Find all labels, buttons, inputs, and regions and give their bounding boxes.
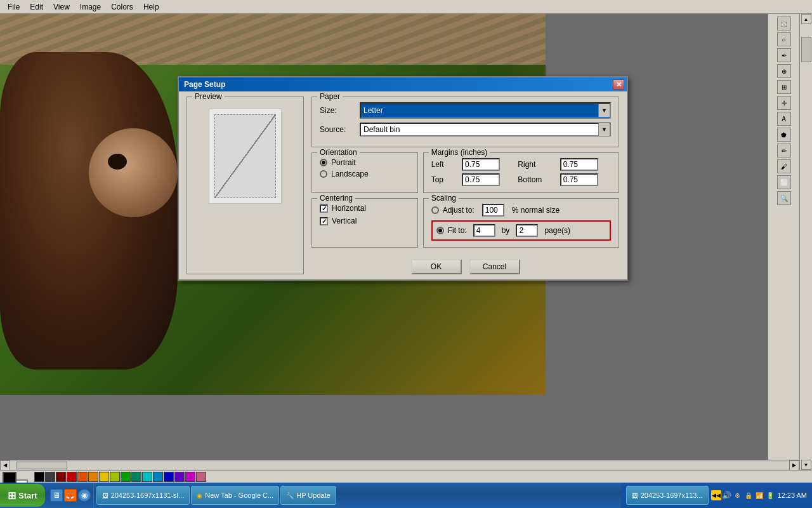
- swatch-pink[interactable]: [196, 472, 206, 482]
- right-input[interactable]: 0.75: [560, 158, 598, 171]
- scrollbar-thumb-v[interactable]: [801, 37, 811, 62]
- scroll-down-arrow[interactable]: ▼: [801, 460, 811, 470]
- adjust-to-option[interactable]: Adjust to:: [431, 206, 475, 215]
- taskbar-app-chrome[interactable]: ◉ New Tab - Google C...: [191, 486, 279, 505]
- adjust-input[interactable]: 100: [482, 204, 504, 217]
- taskbar-app-gimp-label: 204253-1697x1131-sl...: [111, 491, 185, 499]
- swatch-yellow[interactable]: [99, 472, 109, 482]
- scroll-track-h[interactable]: [10, 462, 789, 469]
- tool-bucket[interactable]: ⬟: [777, 128, 791, 142]
- swatch-red-dark[interactable]: [56, 472, 66, 482]
- scroll-right-arrow[interactable]: ▶: [789, 460, 799, 471]
- tray-icon-5[interactable]: 🔋: [765, 490, 775, 500]
- menu-file[interactable]: File: [3, 1, 25, 13]
- fit-to-label: Fit to:: [448, 226, 467, 235]
- size-select[interactable]: Letter ▼: [360, 102, 611, 119]
- scroll-left-arrow[interactable]: ◀: [0, 460, 10, 471]
- swatch-yellow-orange[interactable]: [88, 472, 98, 482]
- source-dropdown-arrow[interactable]: ▼: [598, 123, 610, 136]
- centering-label: Centering: [317, 194, 355, 203]
- menu-help[interactable]: Help: [138, 1, 164, 13]
- menu-image[interactable]: Image: [75, 1, 106, 13]
- tray-icon-2[interactable]: ⚙: [733, 490, 743, 500]
- portrait-radio[interactable]: [320, 159, 327, 166]
- source-label: Source:: [320, 125, 355, 134]
- swatch-light-blue[interactable]: [153, 472, 163, 482]
- left-input[interactable]: 0.75: [462, 158, 500, 171]
- taskbar-app-gimp[interactable]: 🖼 204253-1697x1131-sl...: [96, 486, 190, 505]
- scaling-label: Scaling: [429, 194, 459, 203]
- tray-icon-1[interactable]: 🔊: [722, 490, 732, 500]
- tool-text[interactable]: A: [777, 112, 791, 126]
- dialog-close-button[interactable]: ✕: [613, 79, 624, 90]
- swatch-dark-gray[interactable]: [45, 472, 55, 482]
- taskbar-quick-launch-3[interactable]: ◉: [78, 489, 91, 502]
- scrollbar-thumb-h[interactable]: [16, 462, 67, 469]
- fit-to-option[interactable]: Fit to:: [436, 226, 467, 235]
- right-label: Right: [518, 160, 554, 169]
- tool-panel: ⬚ ○ ✒ ⊕ ⊞ ✛ A ⬟ ✏ 🖌 ⬜ 🔍: [768, 14, 799, 470]
- fit-to-row: Fit to: 4 by 2 page(s): [431, 220, 611, 241]
- margins-section: Margins (inches) Left 0.75 Right 0.75 To…: [423, 152, 619, 193]
- tool-move[interactable]: ✛: [777, 96, 791, 110]
- sloth-face: [89, 128, 178, 217]
- swatch-green[interactable]: [121, 472, 131, 482]
- right-scrollbar[interactable]: ▲ ▼: [799, 14, 812, 470]
- tray-expand-icon[interactable]: ◀◀: [711, 490, 721, 500]
- size-dropdown-arrow[interactable]: ▼: [598, 104, 610, 117]
- vertical-label: Vertical: [332, 217, 357, 225]
- menu-colors[interactable]: Colors: [106, 1, 138, 13]
- bottom-scrollbar[interactable]: ◀ ▶: [0, 460, 799, 470]
- vertical-option[interactable]: ✓ Vertical: [320, 217, 357, 225]
- tool-zoom[interactable]: 🔍: [777, 191, 791, 205]
- landscape-option[interactable]: Landscape: [320, 170, 369, 178]
- top-input[interactable]: 0.75: [462, 173, 500, 186]
- horizontal-checkbox[interactable]: ✓: [320, 204, 328, 213]
- ok-button[interactable]: OK: [411, 259, 462, 274]
- tool-eraser[interactable]: ⬜: [777, 175, 791, 189]
- horizontal-row: ✓ Horizontal: [320, 204, 410, 213]
- tray-icon-3[interactable]: 🔒: [743, 490, 754, 500]
- menu-view[interactable]: View: [48, 1, 75, 13]
- tool-crop[interactable]: ⊞: [777, 80, 791, 94]
- adjust-to-radio[interactable]: [431, 206, 439, 214]
- vertical-checkbox[interactable]: ✓: [320, 217, 328, 225]
- tool-rect-select[interactable]: ⬚: [777, 17, 791, 30]
- swatch-magenta[interactable]: [185, 472, 195, 482]
- horizontal-label: Horizontal: [332, 204, 366, 213]
- size-select-value: Letter: [361, 104, 598, 117]
- tool-ellipse[interactable]: ○: [777, 32, 791, 46]
- swatch-purple[interactable]: [174, 472, 185, 482]
- swatch-teal[interactable]: [131, 472, 141, 482]
- swatch-yellow-green[interactable]: [110, 472, 120, 482]
- fit-y-input[interactable]: 2: [516, 224, 538, 237]
- cancel-button[interactable]: Cancel: [469, 259, 520, 274]
- swatch-red[interactable]: [67, 472, 77, 482]
- tool-lasso[interactable]: ✒: [777, 48, 791, 62]
- swatch-black[interactable]: [34, 472, 44, 482]
- fit-x-input[interactable]: 4: [473, 224, 495, 237]
- tool-magic-wand[interactable]: ⊕: [777, 64, 791, 78]
- page-setup-dialog: Page Setup ✕ Preview: [178, 76, 628, 281]
- scroll-up-arrow[interactable]: ▲: [801, 14, 811, 24]
- taskbar: ⊞ Start 🖥 🦊 ◉ 🖼 204253-1697x1131-sl... ◉…: [0, 483, 812, 508]
- taskbar-app-hp-label: HP Update: [296, 491, 331, 499]
- taskbar-quick-launch-2[interactable]: 🦊: [64, 489, 77, 502]
- portrait-option[interactable]: Portrait: [320, 158, 356, 167]
- fit-to-radio[interactable]: [436, 227, 444, 234]
- horizontal-option[interactable]: ✓ Horizontal: [320, 204, 366, 213]
- tool-brush[interactable]: 🖌: [777, 159, 791, 173]
- taskbar-quick-launch-1[interactable]: 🖥: [50, 489, 63, 502]
- tray-icon-4[interactable]: 📶: [754, 490, 764, 500]
- taskbar-app-hp[interactable]: 🔧 HP Update: [280, 486, 336, 505]
- swatch-cyan[interactable]: [142, 472, 152, 482]
- swatch-blue[interactable]: [164, 472, 174, 482]
- start-button[interactable]: ⊞ Start: [0, 484, 45, 507]
- menu-edit[interactable]: Edit: [25, 1, 48, 13]
- tray-app-btn[interactable]: 🖼 204253-1697x113...: [626, 486, 709, 505]
- swatch-orange[interactable]: [77, 472, 88, 482]
- landscape-radio[interactable]: [320, 170, 327, 178]
- tool-pencil[interactable]: ✏: [777, 144, 791, 157]
- source-select[interactable]: Default bin ▼: [360, 123, 611, 137]
- bottom-input[interactable]: 0.75: [560, 173, 598, 186]
